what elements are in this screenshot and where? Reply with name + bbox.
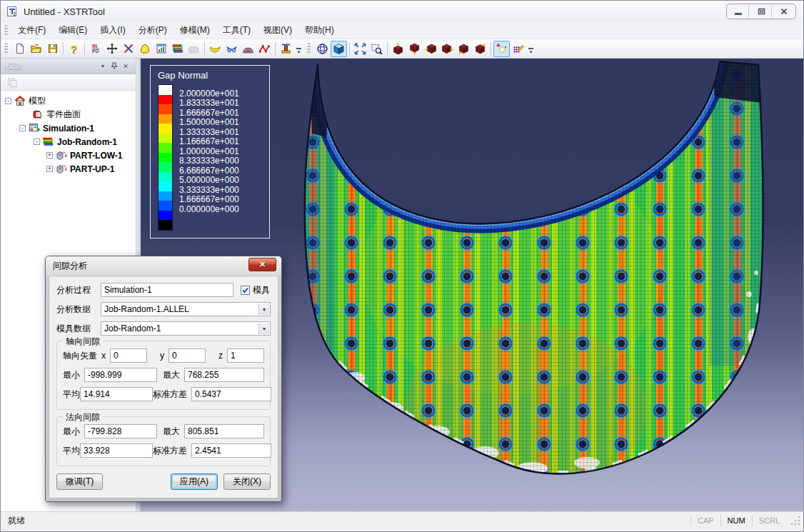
fit-view-icon[interactable]	[352, 41, 368, 57]
menu-view[interactable]: 视图(V)	[257, 22, 298, 39]
rainbow-mesh-icon[interactable]	[240, 41, 256, 57]
view-right-icon[interactable]	[439, 41, 456, 57]
toolbar-grip-1[interactable]	[4, 43, 8, 54]
dialog-close-button[interactable]: ✕	[248, 258, 276, 271]
zigzag-curve-icon[interactable]	[256, 41, 273, 57]
normal-mean-input[interactable]	[80, 443, 153, 458]
axial-min-input[interactable]	[84, 368, 157, 382]
toolbar-separator	[204, 42, 205, 55]
wireframe-sphere-icon[interactable]	[314, 41, 331, 57]
collapse-icon[interactable]: -	[5, 98, 11, 104]
analysis-data-combo[interactable]: Job-Random-1.ALLEL ▼	[101, 302, 271, 316]
surface-icon[interactable]	[136, 41, 153, 57]
menu-edit[interactable]: 编辑(E)	[52, 22, 94, 39]
panel-title: 模型	[5, 60, 97, 72]
chevron-down-icon: ▼	[258, 303, 269, 315]
tune-button[interactable]: 微调(T)	[56, 473, 103, 490]
info-icon[interactable]: INFO	[87, 41, 104, 57]
toolbar-overflow-icon[interactable]: ▾	[528, 44, 533, 54]
toolbar-separator	[63, 42, 64, 55]
legend-value: 1.666667e+000	[179, 195, 239, 205]
axial-mean-input[interactable]	[80, 387, 153, 401]
view-left-icon[interactable]	[423, 41, 439, 57]
menu-insert[interactable]: 插入(I)	[94, 22, 131, 39]
collapse-icon[interactable]: -	[34, 139, 40, 145]
view-back-icon[interactable]	[472, 41, 488, 57]
menu-grip[interactable]	[4, 25, 8, 36]
dialog-title: 间隙分析	[53, 260, 87, 272]
modify-icon[interactable]	[120, 41, 136, 57]
resize-grip[interactable]	[789, 514, 802, 527]
job-results-icon	[42, 136, 54, 148]
save-icon[interactable]	[44, 41, 61, 57]
normal-std-input[interactable]	[191, 443, 271, 458]
x-input[interactable]	[110, 348, 147, 363]
tree-row-part-low[interactable]: + PART-LOW-1	[1, 149, 136, 162]
toolbar-overflow-icon[interactable]: ▾	[296, 44, 301, 54]
legend-value: 0.000000e+000	[179, 205, 239, 215]
normal-min-input[interactable]	[84, 424, 157, 438]
legend-swatch	[159, 191, 172, 201]
close-panel-icon[interactable]: ✕	[120, 61, 131, 71]
legend-value: 1.833333e+001	[179, 99, 239, 109]
menu-tools[interactable]: 工具(T)	[216, 22, 257, 39]
legend-value: 3.333333e+000	[179, 186, 239, 196]
expand-icon[interactable]: +	[46, 166, 53, 172]
menu-die-modify[interactable]: 修模(M)	[174, 22, 216, 39]
tree-row-simulation[interactable]: - Simulation-1	[1, 121, 136, 135]
tree-row-model[interactable]: - 模型	[1, 94, 136, 108]
normal-max-input[interactable]	[184, 424, 264, 438]
view-bottom-icon[interactable]	[406, 41, 423, 57]
legend-swatch	[159, 114, 172, 124]
legend-swatch	[159, 181, 172, 191]
view-top-icon[interactable]	[390, 41, 406, 57]
minimize-button[interactable]	[728, 5, 749, 18]
axial-mean-label: 平均	[63, 388, 80, 401]
axial-std-input[interactable]	[191, 387, 271, 401]
apply-button[interactable]: 应用(A)	[171, 473, 218, 490]
legend-swatch	[159, 85, 172, 95]
forming-machine-icon[interactable]	[278, 41, 294, 57]
mold-checkbox[interactable]	[241, 286, 250, 295]
binder-view-icon[interactable]	[223, 41, 240, 57]
results-stack-icon[interactable]	[169, 41, 186, 57]
open-icon[interactable]	[28, 41, 44, 57]
tree-row-part-up[interactable]: + PART-UP-1	[1, 162, 136, 176]
app-window: Untitled - XSTRTool 文件(F) 编辑(E) 插入(I) 分析…	[0, 0, 804, 532]
process-input[interactable]	[101, 283, 233, 297]
help-icon[interactable]: ?	[66, 41, 82, 57]
view-front-icon[interactable]	[456, 41, 472, 57]
num-lock-indicator: NUM	[720, 515, 752, 526]
zoom-window-icon[interactable]	[368, 41, 385, 57]
close-button[interactable]	[773, 5, 795, 18]
process-label: 分析过程	[56, 284, 101, 296]
pan-icon[interactable]	[104, 41, 120, 57]
edit-mesh-icon[interactable]	[510, 41, 526, 57]
mold-data-combo[interactable]: Job-Random-1 ▼	[101, 321, 271, 336]
menu-help[interactable]: 帮助(H)	[298, 22, 341, 39]
collapse-icon[interactable]: -	[19, 125, 26, 131]
dialog-close-action-button[interactable]: 关闭(X)	[223, 473, 271, 490]
add-point-icon[interactable]	[493, 41, 510, 57]
toolbar-separator	[491, 42, 491, 55]
axial-max-input[interactable]	[184, 368, 264, 382]
menu-file[interactable]: 文件(F)	[11, 22, 52, 39]
dialog-title-bar[interactable]: 间隙分析	[46, 256, 281, 276]
new-icon[interactable]	[11, 41, 28, 57]
expand-icon[interactable]: +	[46, 152, 53, 159]
chevron-down-icon[interactable]: ▼	[97, 61, 109, 71]
restore-button[interactable]	[750, 5, 772, 18]
analysis-data-label: 分析数据	[56, 303, 101, 316]
z-input[interactable]	[227, 348, 264, 363]
tree-row-job[interactable]: - Job-Random-1	[1, 135, 136, 149]
curve-icon[interactable]	[207, 41, 223, 57]
pin-icon[interactable]	[109, 61, 120, 71]
report-icon[interactable]	[153, 41, 169, 57]
shaded-cube-icon[interactable]	[331, 41, 347, 57]
tree-row-surfaces[interactable]: 零件曲面	[1, 108, 136, 121]
toolbar-grip-2[interactable]	[307, 43, 311, 54]
menu-analysis[interactable]: 分析(P)	[132, 22, 174, 39]
legend-swatch	[159, 95, 172, 105]
legend-value: 6.666667e+000	[179, 166, 239, 176]
y-input[interactable]	[169, 348, 206, 363]
